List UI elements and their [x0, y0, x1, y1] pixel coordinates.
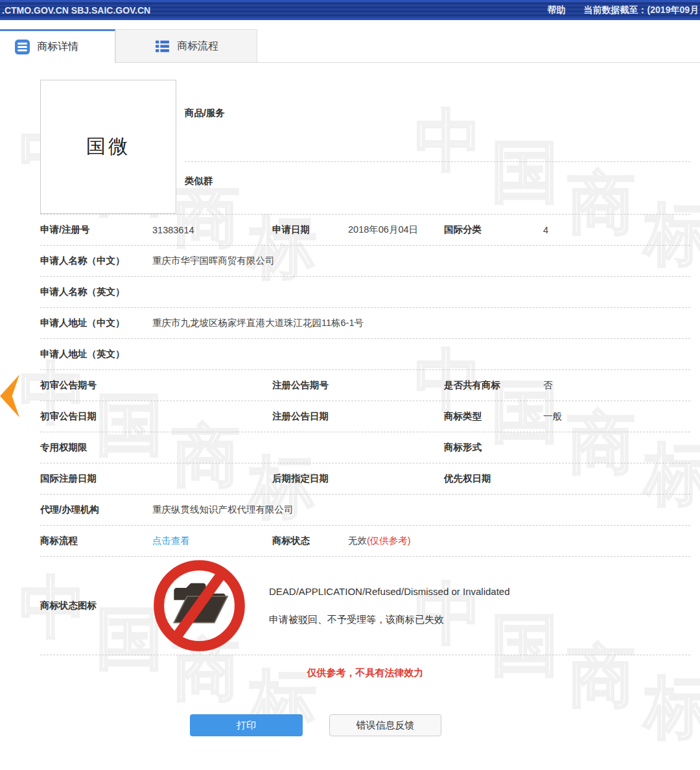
- field-value: 31383614: [152, 225, 272, 235]
- list-icon: [154, 38, 170, 54]
- document-icon: [14, 39, 30, 55]
- field-label: 申请人名称（英文）: [40, 286, 152, 298]
- trademark-image: 国微: [40, 80, 176, 214]
- field-link[interactable]: 点击查看: [152, 535, 272, 547]
- field-value: 一般: [543, 410, 690, 423]
- field-row: 专用权期限商标形式: [40, 432, 690, 463]
- field-label: 国际分类: [444, 224, 543, 236]
- trademark-detail-panel: 国微 商品/服务 类似群 申请/注册号31383614申请日期2018年06月0…: [0, 63, 700, 736]
- tab-label: 商标详情: [37, 40, 78, 54]
- field-value: 重庆纵贯线知识产权代理有限公司: [152, 504, 690, 516]
- field-row: 初审公告期号注册公告期号是否共有商标否: [40, 370, 690, 401]
- status-icon-label: 商标状态图标: [40, 600, 152, 612]
- field-row: 申请人名称（英文）: [40, 277, 690, 308]
- status-icon-row: 商标状态图标 DEAD/APPLICATION/Refused/Dismisse…: [40, 557, 690, 655]
- action-buttons: 打印 错误信息反馈: [40, 714, 690, 736]
- field-value: 2018年06月04日: [348, 224, 444, 236]
- status-text-chinese: 申请被驳回、不予受理等，该商标已失效: [269, 614, 510, 626]
- field-label: 商标状态: [272, 535, 348, 547]
- field-row: 申请人地址（中文）重庆市九龙坡区杨家坪直港大道珠江花园11栋6-1号: [40, 308, 690, 339]
- field-label: 商标类型: [444, 410, 543, 423]
- field-label: 申请人名称（中文）: [40, 255, 152, 267]
- fields: 申请/注册号31383614申请日期2018年06月04日国际分类4申请人名称（…: [40, 215, 690, 557]
- field-row: 申请/注册号31383614申请日期2018年06月04日国际分类4: [40, 215, 690, 246]
- field-value: 4: [543, 225, 690, 235]
- field-label: 代理/办理机构: [40, 504, 152, 516]
- field-row: 商标流程点击查看商标状态无效(仅供参考): [40, 526, 690, 557]
- tab-trademark-detail[interactable]: 商标详情: [0, 29, 115, 63]
- disclaimer-text: 仅供参考，不具有法律效力: [40, 667, 690, 679]
- field-value: 无效(仅供参考): [348, 535, 444, 547]
- field-label: 优先权日期: [444, 472, 543, 485]
- field-row: 申请人地址（英文）: [40, 339, 690, 370]
- field-label: 注册公告日期: [272, 410, 348, 423]
- field-label: 申请人地址（中文）: [40, 317, 152, 329]
- trademark-header: 国微 商品/服务 类似群: [40, 80, 690, 215]
- field-value: 否: [543, 379, 690, 391]
- field-label: 注册公告期号: [272, 379, 348, 391]
- field-row: 申请人名称（中文）重庆市华宇国晖商贸有限公司: [40, 246, 690, 277]
- topbar-site-links[interactable]: .CTMO.GOV.CN SBJ.SAIC.GOV.CN: [2, 5, 150, 16]
- field-value: 重庆市九龙坡区杨家坪直港大道珠江花园11栋6-1号: [152, 317, 690, 329]
- data-cutoff-text: 当前数据截至：(2019年09月: [584, 5, 699, 16]
- help-link[interactable]: 帮助: [548, 5, 566, 16]
- similar-group-label: 类似群: [185, 176, 213, 186]
- tab-trademark-flow[interactable]: 商标流程: [115, 29, 257, 62]
- field-label: 申请人地址（英文）: [40, 348, 152, 360]
- dead-trademark-prohibited-folder-icon: [152, 559, 246, 653]
- field-label: 国际注册日期: [40, 472, 152, 485]
- field-label: 后期指定日期: [272, 472, 348, 485]
- field-label: 商标流程: [40, 535, 152, 547]
- field-value: 重庆市华宇国晖商贸有限公司: [152, 255, 690, 267]
- field-label: 商标形式: [444, 441, 543, 454]
- tab-bar: 商标详情 商标流程: [0, 29, 700, 63]
- field-label: 申请日期: [272, 224, 348, 236]
- field-label: 是否共有商标: [444, 379, 543, 391]
- field-value-note: (仅供参考): [367, 535, 411, 546]
- field-label: 专用权期限: [40, 441, 152, 454]
- error-feedback-button[interactable]: 错误信息反馈: [329, 714, 441, 736]
- field-row: 代理/办理机构重庆纵贯线知识产权代理有限公司: [40, 495, 690, 526]
- tab-label: 商标流程: [177, 40, 218, 53]
- status-text-english: DEAD/APPLICATION/Refused/Dismissed or In…: [269, 586, 510, 597]
- field-row: 国际注册日期后期指定日期优先权日期: [40, 463, 690, 495]
- field-label: 申请/注册号: [40, 224, 152, 236]
- field-row: 初审公告日期注册公告日期商标类型一般: [40, 401, 690, 432]
- field-label: 初审公告日期: [40, 410, 152, 423]
- goods-services-label: 商品/服务: [185, 108, 225, 118]
- field-label: 初审公告期号: [40, 379, 152, 391]
- print-button[interactable]: 打印: [190, 714, 303, 736]
- top-bar: .CTMO.GOV.CN SBJ.SAIC.GOV.CN 帮助 当前数据截至：(…: [0, 0, 700, 20]
